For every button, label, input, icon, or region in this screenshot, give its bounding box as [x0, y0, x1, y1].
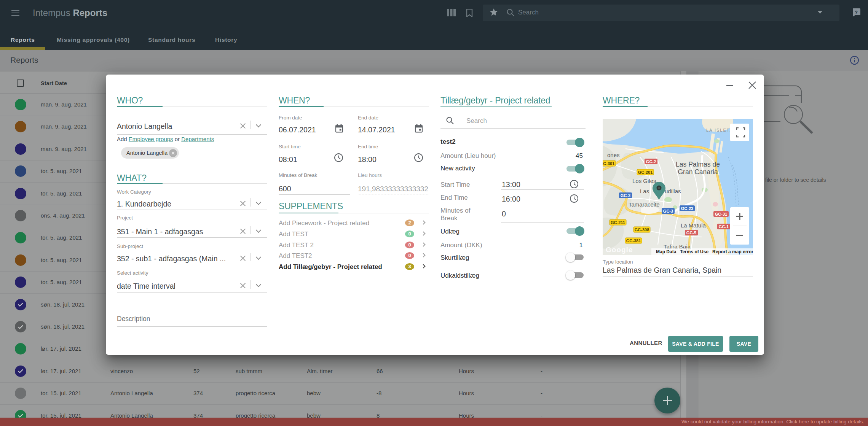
svg-text:GC-381: GC-381	[626, 238, 641, 243]
svg-text:Los Giles: Los Giles	[632, 178, 656, 184]
svg-text:Gran Canaria: Gran Canaria	[678, 168, 718, 176]
svg-text:La Matula: La Matula	[681, 222, 706, 229]
svg-text:GC-3: GC-3	[621, 193, 630, 198]
svg-text:LA ISLETA: LA ISLETA	[706, 128, 733, 132]
svg-text:GC-31: GC-31	[715, 212, 727, 216]
svg-text:GC-23: GC-23	[681, 206, 693, 211]
svg-text:Las: Las	[640, 188, 649, 194]
svg-text:GC-1: GC-1	[719, 224, 729, 229]
svg-text:Terms of Use: Terms of Use	[680, 249, 708, 254]
svg-text:Report a map error: Report a map error	[712, 249, 753, 254]
svg-text:?: ?	[855, 10, 858, 15]
svg-text:GC-301: GC-301	[603, 161, 614, 166]
svg-text:Map Data: Map Data	[656, 249, 677, 254]
svg-text:GC-211: GC-211	[611, 220, 625, 225]
svg-text:Google: Google	[606, 246, 633, 254]
svg-text:ones: ones	[607, 152, 620, 158]
svg-text:GC-5: GC-5	[686, 230, 696, 235]
svg-text:GC-3: GC-3	[663, 209, 673, 213]
svg-text:Las Palmas de: Las Palmas de	[676, 161, 720, 168]
svg-text:GC-201: GC-201	[638, 170, 653, 175]
svg-text:GC-2: GC-2	[646, 159, 656, 164]
svg-text:Tamaraceite: Tamaraceite	[629, 201, 660, 208]
svg-text:udillas: udillas	[665, 188, 681, 194]
svg-text:GC-308: GC-308	[635, 227, 649, 232]
